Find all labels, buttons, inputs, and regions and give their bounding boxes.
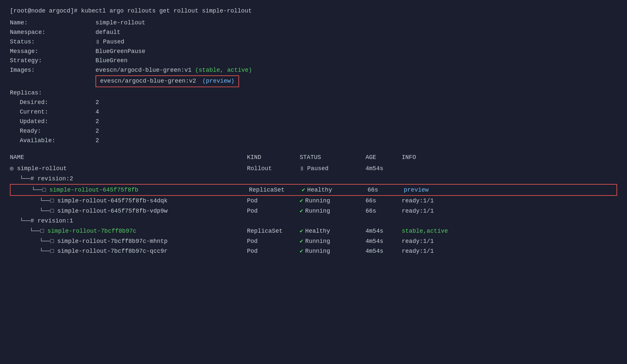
row2-age: 66s [368,185,404,195]
row0-info [402,164,468,174]
table-row: └──□ simple-rollout-645f75f8fb-s4dqk Pod… [10,196,617,206]
row6-kind: ReplicaSet [247,226,300,236]
current-value: 4 [95,108,99,117]
desired-label: Desired: [10,98,95,107]
row8-info: ready:1/1 [402,246,468,256]
image2-row: evescn/argocd-blue-green:v2 (preview) [10,75,617,87]
row0-prefix: ◎ [10,165,17,172]
row6-name: └──□ simple-rollout-7bcff8b97c [10,226,247,236]
row5-kind [247,216,300,226]
status-value: ॥ Paused [95,38,124,47]
table-row: └──# revision:1 [10,216,617,226]
desired-row: Desired: 2 [10,98,617,107]
status-label: Status: [10,38,95,47]
image1-tags: (stable, active) [195,67,252,73]
row2-name: └──□ simple-rollout-645f75f8fb [12,185,249,195]
row1-status [300,174,366,184]
current-row: Current: 4 [10,108,617,117]
current-label: Current: [10,108,95,117]
row2-info: preview [404,185,470,195]
terminal: [root@node argocd]# kubectl argo rollout… [10,7,617,256]
row7-name: └──□ simple-rollout-7bcff8b97c-mhntp [10,236,247,247]
row3-age: 66s [366,196,402,206]
col-status-header: STATUS [300,153,366,162]
available-value: 2 [95,136,99,145]
row7-kind: Pod [247,236,300,247]
strategy-value: BlueGreen [95,56,127,65]
updated-label: Updated: [10,117,95,126]
prompt-text: [root@node argocd]# kubectl argo rollout… [10,8,252,14]
prompt-line: [root@node argocd]# kubectl argo rollout… [10,7,617,16]
name-value: simple-rollout [95,18,145,28]
message-value: BlueGreenPause [95,47,145,56]
images-row: Images: evescn/argocd-blue-green:v1 (sta… [10,66,617,75]
ready-row: Ready: 2 [10,127,617,136]
row0-kind: Rollout [247,164,300,174]
row8-kind: Pod [247,246,300,256]
image2-spacer [10,75,95,87]
row5-status [300,216,366,226]
col-age-header: AGE [366,153,402,162]
updated-value: 2 [95,117,99,126]
row4-name: └──□ simple-rollout-645f75f8fb-vdp9w [10,206,247,216]
row6-age: 4m54s [366,226,402,236]
row3-name: └──□ simple-rollout-645f75f8fb-s4dqk [10,196,247,206]
row5-name: └──# revision:1 [10,216,247,226]
row1-age [366,174,402,184]
row4-info: ready:1/1 [402,206,468,216]
row7-age: 4m54s [366,236,402,247]
message-row: Message: BlueGreenPause [10,47,617,56]
namespace-value: default [95,28,121,37]
replicas-label: Replicas: [10,89,95,98]
row3-kind: Pod [247,196,300,206]
row5-age [366,216,402,226]
ready-value: 2 [95,127,99,136]
row1-info [402,174,468,184]
table-row: ◎ simple-rollout Rollout ॥ Paused 4m54s [10,164,617,174]
image2-tag-space: (preview) [202,78,234,84]
row1-name: └──# revision:2 [10,174,247,184]
row8-status: ✔Running [300,246,366,256]
name-label: Name: [10,18,95,28]
namespace-row: Namespace: default [10,28,617,37]
image1-value: evescn/argocd-blue-green:v1 (stable, act… [95,66,252,75]
table-row: └──□ simple-rollout-7bcff8b97c-qcc9r Pod… [10,246,617,256]
col-kind-header: KIND [247,153,300,162]
message-label: Message: [10,47,95,56]
row4-kind: Pod [247,206,300,216]
images-label: Images: [10,66,95,75]
strategy-label: Strategy: [10,56,95,65]
image2-value: evescn/argocd-blue-green:v2 [100,78,196,84]
col-name-header: NAME [10,153,247,162]
row0-status: ॥ Paused [300,164,366,174]
table-row: └──□ simple-rollout-7bcff8b97c ReplicaSe… [10,226,617,236]
row6-info: stable,active [402,226,468,236]
row3-info: ready:1/1 [402,196,468,206]
row2-kind: ReplicaSet [249,185,302,195]
row0-age: 4m54s [366,164,402,174]
row4-age: 66s [366,206,402,216]
row3-status: ✔Running [300,196,366,206]
row1-kind [247,174,300,184]
image2-box: evescn/argocd-blue-green:v2 (preview) [95,75,239,87]
ready-label: Ready: [10,127,95,136]
table-row: └──□ simple-rollout-645f75f8fb ReplicaSe… [10,184,617,196]
strategy-row: Strategy: BlueGreen [10,56,617,65]
image2-tag: (preview) [202,78,234,84]
col-info-header: INFO [402,153,468,162]
row2-status: ✔Healthy [302,185,368,195]
table-row: └──# revision:2 [10,174,617,184]
available-label: Available: [10,136,95,145]
row8-age: 4m54s [366,246,402,256]
desired-value: 2 [95,98,99,107]
row6-status: ✔Healthy [300,226,366,236]
name-row: Name: simple-rollout [10,18,617,28]
row7-info: ready:1/1 [402,236,468,247]
available-row: Available: 2 [10,136,617,145]
status-row: Status: ॥ Paused [10,38,617,47]
row7-status: ✔Running [300,236,366,247]
row0-name: ◎ simple-rollout [10,164,247,174]
table-header: NAME KIND STATUS AGE INFO [10,153,617,162]
row5-info [402,216,468,226]
replicas-row: Replicas: [10,89,617,98]
